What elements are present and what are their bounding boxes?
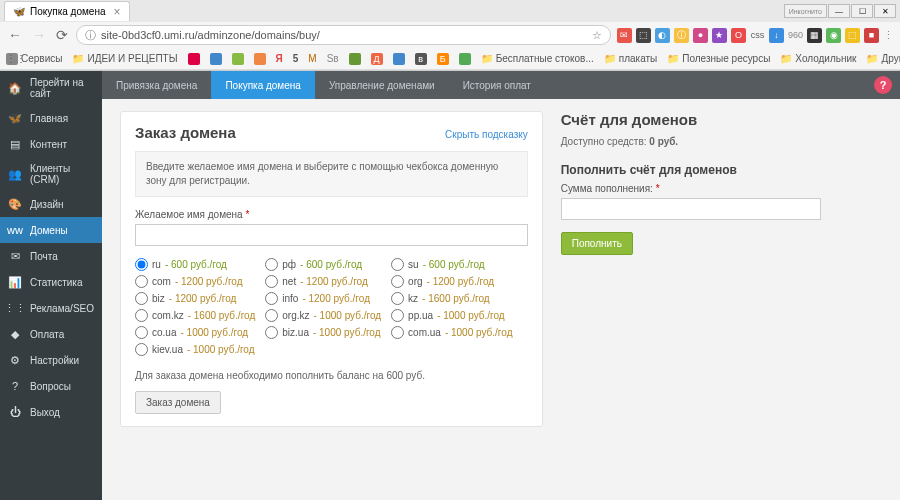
ext-icon[interactable]: O [731,28,746,43]
bookmark-folder[interactable]: 📁плакаты [604,53,658,64]
bookmark[interactable]: Б [437,53,449,65]
sidebar-item[interactable]: 📊Статистика [0,269,102,295]
tld-option[interactable]: com.ua - 1000 руб./год [391,326,512,339]
tld-radio[interactable] [265,275,278,288]
sidebar-item[interactable]: ◆Оплата [0,321,102,347]
bookmark[interactable] [210,53,222,65]
tld-radio[interactable] [391,275,404,288]
menu-icon[interactable]: ⋮ [883,29,894,42]
bookmark[interactable] [459,53,471,65]
sidebar-item[interactable]: wwДомены [0,217,102,243]
ext-icon[interactable]: ↓ [769,28,784,43]
bookmark[interactable] [393,53,405,65]
ext-icon[interactable]: ✉ [617,28,632,43]
tld-radio[interactable] [135,326,148,339]
order-button[interactable]: Заказ домена [135,391,221,414]
sidebar-item[interactable]: ⚙Настройки [0,347,102,373]
ext-icon[interactable]: css [750,28,765,43]
tld-radio[interactable] [135,309,148,322]
help-icon[interactable]: ? [874,76,892,94]
tld-radio[interactable] [135,292,148,305]
tld-radio[interactable] [265,326,278,339]
minimize-icon[interactable]: — [828,4,850,18]
bookmark[interactable] [232,53,244,65]
topup-button[interactable]: Пополнить [561,232,633,255]
tld-option[interactable]: net - 1200 руб./год [265,275,381,288]
ext-icon[interactable]: ⬚ [636,28,651,43]
tld-option[interactable]: org - 1200 руб./год [391,275,512,288]
sidebar-item[interactable]: 🦋Главная [0,105,102,131]
topnav-item[interactable]: История оплат [449,71,545,99]
ext-icon[interactable]: ⓘ [674,28,689,43]
ext-icon[interactable]: ◐ [655,28,670,43]
tld-option[interactable]: org.kz - 1000 руб./год [265,309,381,322]
sidebar-item[interactable]: 🎨Дизайн [0,191,102,217]
tld-radio[interactable] [391,309,404,322]
star-icon[interactable]: ☆ [592,29,602,42]
back-icon[interactable]: ← [6,27,24,43]
bookmark[interactable]: в [415,53,427,65]
topnav-item[interactable]: Привязка домена [102,71,211,99]
bookmark[interactable]: Я [276,53,283,64]
tld-radio[interactable] [135,343,148,356]
tld-option[interactable]: kiev.ua - 1000 руб./год [135,343,255,356]
sidebar-item[interactable]: ?Вопросы [0,373,102,399]
sidebar-item[interactable]: 🏠Перейти на сайт [0,71,102,105]
reload-icon[interactable]: ⟳ [54,27,70,43]
sidebar-item[interactable]: ⋮⋮Реклама/SEO [0,295,102,321]
tld-radio[interactable] [265,309,278,322]
bookmark-folder[interactable]: 📁Полезные ресурсы [667,53,770,64]
address-bar[interactable]: ⓘ site-0bd3cf0.umi.ru/adminzone/domains/… [76,25,611,45]
browser-tab[interactable]: 🦋 Покупка домена × [4,1,130,21]
tld-radio[interactable] [391,326,404,339]
bookmark-other[interactable]: 📁Другие закладки [866,53,900,64]
sidebar-item[interactable]: ⏻Выход [0,399,102,425]
hide-hint-link[interactable]: Скрыть подсказку [445,129,528,140]
tld-option[interactable]: kz - 1600 руб./год [391,292,512,305]
bookmark[interactable] [349,53,361,65]
ext-icon[interactable]: ■ [864,28,879,43]
tld-option[interactable]: co.ua - 1000 руб./год [135,326,255,339]
close-icon[interactable]: × [114,5,121,19]
sum-input[interactable] [561,198,821,220]
sidebar-item[interactable]: ✉Почта [0,243,102,269]
tld-radio[interactable] [391,292,404,305]
tld-option[interactable]: com - 1200 руб./год [135,275,255,288]
tld-option[interactable]: com.kz - 1600 руб./год [135,309,255,322]
forward-icon[interactable]: → [30,27,48,43]
close-window-icon[interactable]: ✕ [874,4,896,18]
tld-option[interactable]: pp.ua - 1000 руб./год [391,309,512,322]
topnav-item[interactable]: Покупка домена [211,71,315,99]
ext-icon[interactable]: ▦ [807,28,822,43]
tld-option[interactable]: biz.ua - 1000 руб./год [265,326,381,339]
bookmark[interactable]: Д [371,53,383,65]
tld-option[interactable]: su - 600 руб./год [391,258,512,271]
domain-input[interactable] [135,224,528,246]
sidebar-item[interactable]: ▤Контент [0,131,102,157]
bookmark-folder[interactable]: 📁ИДЕИ И РЕЦЕПТЫ [72,53,177,64]
tld-option[interactable]: ru - 600 руб./год [135,258,255,271]
ext-icon[interactable]: ★ [712,28,727,43]
bookmark[interactable] [188,53,200,65]
bookmark-folder[interactable]: 📁Бесплатные стоков... [481,53,594,64]
topnav-item[interactable]: Управление доменами [315,71,449,99]
tld-option[interactable]: рф - 600 руб./год [265,258,381,271]
tld-option[interactable]: biz - 1200 руб./год [135,292,255,305]
ext-icon[interactable]: ◉ [826,28,841,43]
tld-radio[interactable] [391,258,404,271]
bookmark[interactable]: M [308,53,316,64]
bookmark[interactable]: Sв [327,53,339,64]
bookmark-apps[interactable]: ⋮⋮Сервисы [6,53,62,65]
bookmark[interactable] [254,53,266,65]
tld-radio[interactable] [135,275,148,288]
ext-icon[interactable]: ● [693,28,708,43]
sidebar-item[interactable]: 👥Клиенты (CRM) [0,157,102,191]
tld-option[interactable]: info - 1200 руб./год [265,292,381,305]
tld-radio[interactable] [135,258,148,271]
bookmark-folder[interactable]: 📁Холодильник [780,53,856,64]
bookmark[interactable]: 5 [293,53,299,64]
maximize-icon[interactable]: ☐ [851,4,873,18]
tld-radio[interactable] [265,292,278,305]
ext-icon[interactable]: ⬚ [845,28,860,43]
tld-radio[interactable] [265,258,278,271]
